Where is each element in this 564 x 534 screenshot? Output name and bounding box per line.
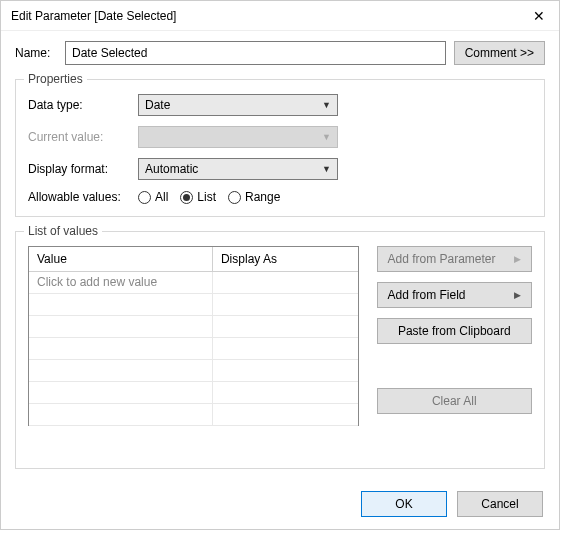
table-row[interactable] <box>29 360 358 382</box>
table-cell <box>213 272 358 293</box>
chevron-down-icon: ▼ <box>322 100 331 110</box>
clear-all-label: Clear All <box>432 394 477 408</box>
table-row[interactable] <box>29 404 358 426</box>
allowable-list-radio[interactable]: List <box>180 190 216 204</box>
column-header-display-as: Display As <box>213 247 358 271</box>
table-row[interactable] <box>29 382 358 404</box>
add-from-field-button[interactable]: Add from Field ▶ <box>377 282 533 308</box>
table-row[interactable] <box>29 316 358 338</box>
titlebar: Edit Parameter [Date Selected] ✕ <box>1 1 559 31</box>
window-title: Edit Parameter [Date Selected] <box>11 9 519 23</box>
chevron-right-icon: ▶ <box>514 290 521 300</box>
table-row[interactable]: Click to add new value <box>29 272 358 294</box>
add-value-placeholder[interactable]: Click to add new value <box>29 272 213 293</box>
current-value-select: ▼ <box>138 126 338 148</box>
allowable-values-label: Allowable values: <box>28 190 128 204</box>
data-type-value: Date <box>145 98 170 112</box>
list-of-values-group: List of values Value Display As Click to… <box>15 231 545 469</box>
dialog-footer: OK Cancel <box>1 479 559 529</box>
display-format-select[interactable]: Automatic ▼ <box>138 158 338 180</box>
add-from-parameter-label: Add from Parameter <box>388 252 496 266</box>
ok-button[interactable]: OK <box>361 491 447 517</box>
comment-button[interactable]: Comment >> <box>454 41 545 65</box>
properties-legend: Properties <box>24 72 87 86</box>
paste-from-clipboard-label: Paste from Clipboard <box>398 324 511 338</box>
chevron-right-icon: ▶ <box>514 254 521 264</box>
allowable-all-label: All <box>155 190 168 204</box>
data-type-select[interactable]: Date ▼ <box>138 94 338 116</box>
current-value-label: Current value: <box>28 130 128 144</box>
allowable-all-radio[interactable]: All <box>138 190 168 204</box>
allowable-range-label: Range <box>245 190 280 204</box>
data-type-label: Data type: <box>28 98 128 112</box>
column-header-value: Value <box>29 247 213 271</box>
display-format-label: Display format: <box>28 162 128 176</box>
chevron-down-icon: ▼ <box>322 164 331 174</box>
table-row[interactable] <box>29 338 358 360</box>
paste-from-clipboard-button[interactable]: Paste from Clipboard <box>377 318 533 344</box>
name-label: Name: <box>15 46 57 60</box>
close-button[interactable]: ✕ <box>519 1 559 31</box>
values-table[interactable]: Value Display As Click to add new value <box>28 246 359 426</box>
display-format-value: Automatic <box>145 162 198 176</box>
allowable-range-radio[interactable]: Range <box>228 190 280 204</box>
properties-group: Properties Data type: Date ▼ Current val… <box>15 79 545 217</box>
chevron-down-icon: ▼ <box>322 132 331 142</box>
name-input[interactable] <box>65 41 446 65</box>
list-of-values-legend: List of values <box>24 224 102 238</box>
allowable-list-label: List <box>197 190 216 204</box>
close-icon: ✕ <box>533 8 545 24</box>
edit-parameter-dialog: Edit Parameter [Date Selected] ✕ Name: C… <box>0 0 560 530</box>
add-from-parameter-button: Add from Parameter ▶ <box>377 246 533 272</box>
clear-all-button: Clear All <box>377 388 533 414</box>
add-from-field-label: Add from Field <box>388 288 466 302</box>
cancel-button[interactable]: Cancel <box>457 491 543 517</box>
table-row[interactable] <box>29 294 358 316</box>
